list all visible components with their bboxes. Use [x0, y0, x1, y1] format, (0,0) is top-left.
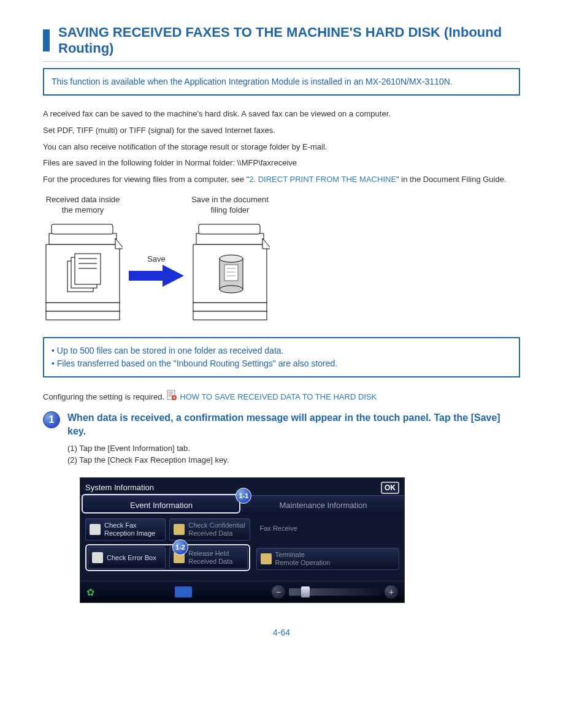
tab-maintenance-information[interactable]: Maintenance Information: [242, 495, 404, 515]
printer-with-memory-icon: [43, 218, 123, 322]
paragraph: Set PDF, TIFF (multi) or TIFF (signal) f…: [43, 124, 520, 137]
substep-badge-1-2: 1-2: [172, 539, 188, 555]
svg-rect-4: [52, 224, 113, 234]
paragraph: You can also receive notification of the…: [43, 141, 520, 154]
paragraph-prefix: For the procedures for viewing files fro…: [43, 175, 249, 184]
page-number: 4-64: [43, 628, 520, 637]
svg-rect-0: [49, 233, 117, 245]
panel-title: System Information: [85, 483, 154, 492]
check-fax-reception-button[interactable]: Check Fax Reception Image: [85, 518, 166, 540]
paragraph: A received fax can be saved to the machi…: [43, 108, 520, 121]
eco-leaf-icon: ✿: [86, 586, 94, 598]
slider-track[interactable]: [289, 588, 381, 596]
svg-rect-15: [193, 311, 267, 320]
svg-marker-11: [129, 265, 184, 287]
note-prefix: Configuring the setting is required.: [43, 392, 167, 401]
svg-rect-16: [199, 224, 260, 234]
limits-note: • Up to 500 files can be stored in one f…: [43, 337, 520, 377]
doc-settings-icon: [167, 390, 178, 405]
fax-receive-label: Fax Receive: [256, 518, 399, 539]
svg-rect-2: [46, 303, 120, 311]
tab-event-information[interactable]: Event Information: [80, 495, 242, 515]
button-label: Check Error Box: [107, 554, 156, 562]
step-title: When data is received, a confirmation me…: [67, 411, 520, 439]
button-label: Check Fax Reception Image: [104, 521, 155, 537]
check-error-box-button[interactable]: Check Error Box: [88, 547, 166, 569]
brightness-slider[interactable]: − +: [272, 585, 398, 599]
step-substeps: (1) Tap the [Event Information] tab. (2)…: [67, 442, 520, 466]
svg-point-18: [220, 255, 243, 262]
terminate-remote-button[interactable]: Terminate Remote Operation: [256, 548, 399, 570]
paragraph-suffix: " in the Document Filing Guide.: [396, 175, 506, 184]
terminate-icon: [261, 553, 272, 564]
diagram-caption-left: Received data inside the memory: [46, 195, 120, 216]
svg-rect-12: [196, 233, 264, 245]
paragraph: For the procedures for viewing files fro…: [43, 173, 520, 186]
limits-line: • Files transferred based on the "Inboun…: [52, 357, 511, 370]
plus-button[interactable]: +: [385, 585, 398, 599]
save-diagram: Received data inside the memory Save: [43, 195, 520, 322]
button-label: Check Confidential Received Data: [188, 521, 245, 537]
limits-line: • Up to 500 files can be stored in one f…: [52, 344, 511, 357]
touch-panel-screenshot: System Information OK 1-1 Event Informat…: [80, 477, 405, 604]
substep-badge-1-1: 1-1: [236, 488, 251, 504]
save-hdd-link[interactable]: HOW TO SAVE RECEIVED DATA TO THE HARD DI…: [180, 392, 377, 401]
button-label: Fax Receive: [260, 525, 297, 533]
ok-button[interactable]: OK: [381, 482, 399, 494]
arrow-right-icon: [129, 265, 184, 287]
minus-button[interactable]: −: [272, 585, 285, 599]
slider-handle[interactable]: [301, 586, 310, 597]
svg-point-19: [220, 286, 243, 293]
button-label: Terminate Remote Operation: [275, 551, 331, 567]
fax-page-icon: [90, 524, 101, 535]
printer-with-disk-icon: [190, 218, 270, 322]
error-page-icon: [92, 552, 103, 563]
step-row: 1 When data is received, a confirmation …: [43, 411, 520, 466]
button-label: Release Held Received Data: [188, 550, 232, 566]
step-number-badge: 1: [43, 411, 60, 428]
arrow-label: Save: [147, 254, 166, 264]
row-highlight-outline: Check Error Box Release Held Received Da…: [85, 544, 250, 571]
availability-note: This function is available when the Appl…: [43, 68, 520, 96]
doc-filing-link[interactable]: 2. DIRECT PRINT FROM THE MACHINE: [249, 175, 396, 184]
check-confidential-button[interactable]: Check Confidential Received Data: [169, 518, 250, 540]
section-accent-bar: [43, 29, 50, 51]
svg-rect-3: [46, 311, 120, 320]
svg-rect-20: [224, 265, 238, 281]
svg-rect-14: [193, 303, 267, 311]
folder-lock-icon: [174, 524, 185, 535]
paragraph: Files are saved in the following folder …: [43, 157, 520, 170]
config-required-note: Configuring the setting is required. HOW…: [43, 390, 520, 405]
diagram-caption-right: Save in the document filing folder: [191, 195, 269, 216]
section-title: SAVING RECEIVED FAXES TO THE MACHINE'S H…: [58, 25, 520, 56]
mode-indicator-icon: [175, 586, 192, 597]
section-header: SAVING RECEIVED FAXES TO THE MACHINE'S H…: [43, 25, 520, 62]
